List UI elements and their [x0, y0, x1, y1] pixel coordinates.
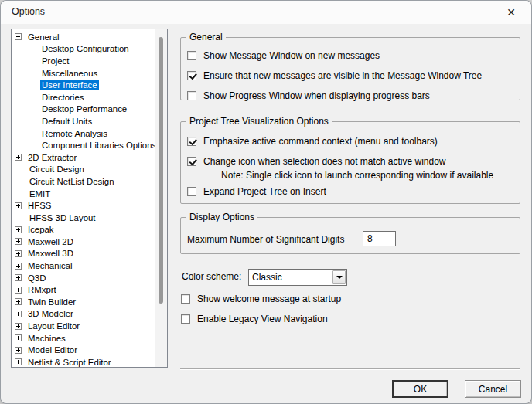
expander-plus-icon[interactable] — [15, 334, 22, 341]
tree-item[interactable]: Default Units — [12, 115, 155, 127]
group-general: General Show Message Window on new messa… — [180, 37, 520, 100]
expander-plus-icon[interactable] — [15, 202, 22, 209]
expander-plus-icon[interactable] — [15, 323, 22, 330]
checkbox-show-progress-window[interactable]: Show Progress Window when displaying pro… — [187, 90, 430, 101]
expander-plus-icon[interactable] — [15, 311, 22, 317]
checkbox-label: Expand Project Tree on Insert — [203, 186, 326, 197]
tree-item[interactable]: Desktop Performance — [12, 104, 155, 116]
checkbox-box[interactable] — [187, 51, 196, 60]
checkbox-show-welcome[interactable]: Show welcome message at startup — [181, 294, 341, 304]
tree-item-label: 2D Extractor — [26, 152, 78, 163]
close-icon[interactable]: ✕ — [502, 5, 520, 20]
title-bar: Options ✕ — [1, 1, 531, 24]
tree-item[interactable]: Mechanical — [12, 260, 155, 272]
tree-item-label: HFSS — [26, 200, 53, 211]
tree-item[interactable]: General — [12, 31, 155, 43]
tree-item[interactable]: Circuit Design — [12, 164, 155, 176]
group-project-tree-title: Project Tree Visualization Options — [186, 116, 332, 127]
expander-plus-icon[interactable] — [15, 287, 22, 294]
cancel-button[interactable]: Cancel — [465, 380, 521, 398]
tree-item[interactable]: Model Editor — [12, 344, 155, 356]
tree-item[interactable]: HFSS 3D Layout — [12, 212, 155, 224]
tree-item-label: Maxwell 3D — [26, 248, 75, 259]
expander-plus-icon[interactable] — [15, 238, 22, 245]
tree-item[interactable]: Component Libraries Options — [12, 139, 155, 151]
tree-item[interactable]: Netlist & Script Editor — [12, 356, 155, 367]
tree-item-label: Machines — [26, 333, 67, 344]
tree-item[interactable]: Project — [12, 55, 155, 67]
tree-item[interactable]: HFSS — [12, 199, 155, 212]
expander-plus-icon[interactable] — [15, 358, 22, 365]
tree-item-label: Desktop Performance — [40, 104, 128, 114]
checkbox-ensure-messages-visible[interactable]: Ensure that new messages are visible in … — [187, 70, 482, 81]
tree-item-label: Component Libraries Options — [40, 140, 155, 151]
tree-item[interactable]: Layout Editor — [12, 320, 155, 332]
significant-digits-input[interactable] — [363, 231, 396, 246]
dialog-title: Options — [12, 6, 45, 17]
tree-item-label: Icepak — [26, 224, 56, 235]
tree-item[interactable]: Circuit NetList Design — [12, 175, 155, 188]
combo-dropdown-button[interactable] — [332, 270, 346, 284]
checkbox-box[interactable] — [187, 91, 196, 100]
expander-plus-icon[interactable] — [15, 226, 22, 233]
tree-item-label: Q3D — [26, 273, 47, 283]
tree-scrollbar[interactable] — [155, 29, 167, 367]
checkbox-label: Emphasize active command context (menu a… — [203, 136, 438, 147]
group-general-title: General — [186, 32, 226, 42]
group-display-options-title: Display Options — [186, 212, 257, 222]
tree-item-label: Project — [40, 56, 70, 66]
tree-item[interactable]: Q3D — [12, 272, 155, 284]
checkbox-label: Show Progress Window when displaying pro… — [203, 90, 430, 101]
checkbox-emphasize-context[interactable]: Emphasize active command context (menu a… — [187, 136, 438, 147]
expander-plus-icon[interactable] — [15, 274, 22, 281]
checkbox-show-message-window[interactable]: Show Message Window on new messages — [187, 50, 380, 61]
tree-item-label: Twin Builder — [26, 297, 77, 307]
color-scheme-value: Classic — [249, 270, 332, 285]
expander-plus-icon[interactable] — [15, 298, 22, 305]
tree-item[interactable]: Miscellaneous — [12, 67, 155, 80]
tree-item[interactable]: User Interface — [12, 79, 155, 91]
checkbox-box[interactable] — [181, 314, 190, 324]
expander-plus-icon[interactable] — [15, 154, 22, 161]
checkbox-expand-project-tree[interactable]: Expand Project Tree on Insert — [187, 186, 326, 197]
tree-item[interactable]: Maxwell 2D — [12, 236, 155, 248]
checkbox-label: Show Message Window on new messages — [203, 50, 380, 61]
expander-minus-icon[interactable] — [15, 33, 22, 40]
checkbox-label: Ensure that new messages are visible in … — [203, 70, 482, 81]
ok-button[interactable]: OK — [392, 380, 448, 398]
checkbox-box[interactable] — [187, 157, 196, 166]
footer-separator — [180, 368, 520, 369]
expander-plus-icon[interactable] — [15, 250, 22, 257]
color-scheme-label: Color scheme: — [182, 271, 241, 282]
expander-plus-icon[interactable] — [15, 347, 22, 354]
expander-plus-icon[interactable] — [15, 263, 22, 270]
options-tree[interactable]: GeneralDesktop ConfigurationProjectMisce… — [11, 29, 168, 368]
tree-item-label: Default Units — [40, 116, 94, 127]
checkbox-box[interactable] — [187, 137, 196, 146]
tree-item-label: 3D Modeler — [26, 308, 75, 319]
tree-item[interactable]: RMxprt — [12, 283, 155, 296]
tree-item-label: HFSS 3D Layout — [28, 212, 97, 223]
group-project-tree: Project Tree Visualization Options Empha… — [180, 121, 520, 204]
tree-item-label: Mechanical — [26, 260, 74, 271]
tree-item[interactable]: Remote Analysis — [12, 127, 155, 140]
color-scheme-select[interactable]: Classic — [248, 269, 347, 286]
checkbox-box[interactable] — [181, 294, 190, 304]
tree-item[interactable]: EMIT — [12, 188, 155, 200]
tree-item[interactable]: Desktop Configuration — [12, 43, 155, 56]
checkbox-box[interactable] — [187, 71, 196, 80]
tree-item-label: EMIT — [28, 188, 52, 199]
tree-item-label: Desktop Configuration — [40, 43, 131, 54]
checkbox-legacy-view-navigation[interactable]: Enable Legacy View Navigation — [181, 314, 328, 324]
tree-item[interactable]: Maxwell 3D — [12, 248, 155, 260]
tree-item[interactable]: Directories — [12, 91, 155, 104]
checkbox-box[interactable] — [187, 187, 196, 196]
tree-item[interactable]: 2D Extractor — [12, 151, 155, 164]
tree-item[interactable]: Machines — [12, 332, 155, 345]
checkbox-change-icon[interactable]: Change icon when selection does not matc… — [187, 156, 446, 167]
tree-item[interactable]: 3D Modeler — [12, 308, 155, 321]
tree-item-label: Layout Editor — [26, 321, 81, 331]
tree-item[interactable]: Twin Builder — [12, 296, 155, 308]
tree-item[interactable]: Icepak — [12, 224, 155, 236]
tree-scrollbar-thumb[interactable] — [159, 37, 163, 304]
